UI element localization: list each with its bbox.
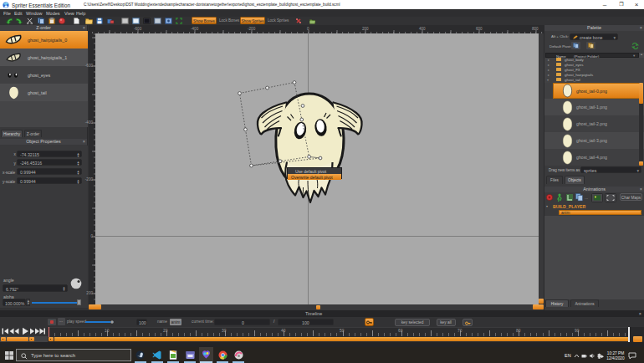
svg-text:...: ... (585, 195, 588, 200)
